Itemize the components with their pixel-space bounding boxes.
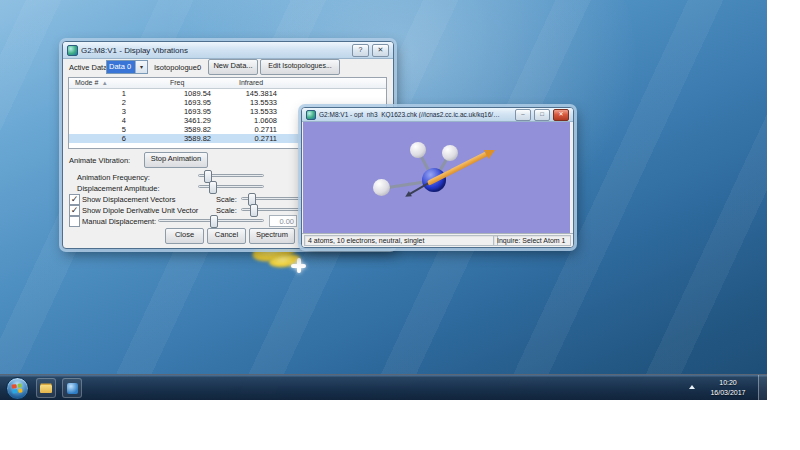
- molecule-viewport[interactable]: [303, 122, 570, 233]
- active-data-label: Active Data:: [69, 63, 109, 72]
- app-icon: [67, 383, 78, 394]
- cell-mode: 6: [69, 134, 126, 143]
- slider-thumb[interactable]: [210, 215, 218, 228]
- table-row[interactable]: 1 1089.54 145.3814: [69, 89, 386, 98]
- cell-freq: 1693.95: [126, 98, 211, 107]
- close-icon[interactable]: ✕: [553, 109, 569, 121]
- molecule-view-window: G2:M8:V1 - opt_nh3_KQ1623.chk (//icnas2.…: [301, 107, 574, 248]
- taskbar: 10:20 16/03/2017: [0, 374, 767, 400]
- cell-infrared: 0.2711: [211, 125, 277, 134]
- window-title: G2:M8:V1 - opt_nh3_KQ1623.chk (//icnas2.…: [319, 111, 504, 118]
- stop-animation-button[interactable]: Stop Animation: [144, 152, 208, 168]
- animation-frequency-slider[interactable]: [198, 170, 264, 181]
- cell-mode: 3: [69, 107, 126, 116]
- folder-icon: [40, 385, 52, 393]
- gaussview-icon: [67, 45, 78, 56]
- show-desktop-button[interactable]: [758, 375, 767, 400]
- taskbar-icon-app[interactable]: [62, 378, 82, 398]
- arrowhead-icon: [404, 191, 412, 199]
- windows-flag-icon: [11, 383, 22, 393]
- scale-label: Scale:: [216, 195, 237, 204]
- show-displacement-vectors-checkbox[interactable]: ✓: [69, 194, 80, 205]
- hydrogen-atom[interactable]: [373, 179, 390, 196]
- cell-freq: 3461.29: [126, 116, 211, 125]
- show-dipole-derivative-checkbox[interactable]: ✓: [69, 205, 80, 216]
- manual-displacement-field[interactable]: 0.00: [269, 215, 297, 227]
- manual-displacement-checkbox[interactable]: [69, 216, 80, 227]
- slider-track: [198, 185, 264, 188]
- displacement-amplitude-slider[interactable]: [198, 181, 264, 192]
- cell-freq: 3589.82: [126, 134, 211, 143]
- slider-thumb[interactable]: [209, 181, 217, 194]
- sort-ascending-icon: ▴: [103, 79, 107, 87]
- edit-isotopologues-button[interactable]: Edit Isotopologues...: [260, 59, 340, 75]
- new-data-button[interactable]: New Data...: [208, 59, 258, 75]
- column-header-freq[interactable]: Freq: [170, 79, 184, 86]
- hydrogen-atom[interactable]: [442, 145, 458, 161]
- cancel-button[interactable]: Cancel: [207, 228, 246, 244]
- maximize-icon[interactable]: □: [534, 109, 550, 121]
- cell-mode: 1: [69, 89, 126, 98]
- scale-label: Scale:: [216, 206, 237, 215]
- cell-mode: 4: [69, 116, 126, 125]
- screen: G2:M8:V1 - Display Vibrations ? ✕ Active…: [0, 0, 800, 450]
- close-icon[interactable]: ✕: [372, 44, 389, 57]
- table-row[interactable]: 2 1693.95 13.5533: [69, 98, 386, 107]
- manual-displacement-slider[interactable]: [158, 215, 264, 226]
- cell-infrared: 13.5533: [211, 98, 277, 107]
- active-data-combobox[interactable]: Data 0 ▾: [106, 60, 148, 74]
- table-header: Mode # ▴ Freq Infrared: [69, 78, 386, 89]
- help-caption-button[interactable]: ?: [352, 44, 369, 57]
- chevron-down-icon[interactable]: ▾: [135, 61, 147, 73]
- displacement-amplitude-label: Displacement Amplitude:: [77, 184, 160, 193]
- column-header-infrared[interactable]: Infrared: [239, 79, 263, 86]
- close-button[interactable]: Close: [165, 228, 204, 244]
- dipole-scale-slider[interactable]: [241, 204, 307, 215]
- cell-mode: 5: [69, 125, 126, 134]
- column-header-mode[interactable]: Mode #: [75, 79, 98, 86]
- displacement-scale-slider[interactable]: [241, 193, 307, 204]
- animation-frequency-label: Animation Frequency:: [77, 173, 150, 182]
- cell-freq: 1089.54: [126, 89, 211, 98]
- clock-date: 16/03/2017: [701, 388, 755, 398]
- start-button[interactable]: [6, 377, 29, 400]
- cell-mode: 2: [69, 98, 126, 107]
- window-title: G2:M8:V1 - Display Vibrations: [81, 46, 188, 55]
- show-dipole-derivative-label: Show Dipole Derivative Unit Vector: [82, 206, 198, 215]
- status-inquire: Inquire: Select Atom 1: [493, 235, 571, 246]
- isotopologue-label: Isotopologue:: [154, 63, 199, 72]
- cell-infrared: 1.0608: [211, 116, 277, 125]
- manual-displacement-label: Manual Displacement:: [82, 217, 156, 226]
- vibrations-titlebar[interactable]: G2:M8:V1 - Display Vibrations ? ✕: [63, 42, 393, 59]
- taskbar-clock[interactable]: 10:20 16/03/2017: [701, 378, 755, 398]
- hydrogen-atom[interactable]: [410, 142, 426, 158]
- animate-vibration-label: Animate Vibration:: [69, 156, 130, 165]
- molecule-statusbar: 4 atoms, 10 electrons, neutral, singlet …: [302, 233, 573, 247]
- isotopologue-value: 0: [197, 63, 201, 72]
- gaussview-icon: [306, 110, 316, 120]
- cursor-plus-icon: [297, 258, 301, 273]
- cell-infrared: 145.3814: [211, 89, 277, 98]
- show-hidden-icons-chevron[interactable]: [689, 385, 695, 389]
- show-displacement-vectors-label: Show Displacement Vectors: [82, 195, 175, 204]
- spectrum-button[interactable]: Spectrum: [249, 228, 295, 244]
- cell-infrared: 13.5533: [211, 107, 277, 116]
- molecule-titlebar[interactable]: G2:M8:V1 - opt_nh3_KQ1623.chk (//icnas2.…: [302, 108, 573, 122]
- cell-freq: 1693.95: [126, 107, 211, 116]
- minimize-icon[interactable]: –: [515, 109, 531, 121]
- clock-time: 10:20: [701, 378, 755, 388]
- cell-freq: 3589.82: [126, 125, 211, 134]
- taskbar-icon-explorer[interactable]: [36, 378, 56, 398]
- arrowhead-icon: [484, 145, 497, 158]
- combo-selected-value: Data 0: [107, 61, 135, 73]
- status-atoms: 4 atoms, 10 electrons, neutral, singlet: [304, 235, 498, 246]
- cell-infrared: 0.2711: [211, 134, 277, 143]
- desktop: G2:M8:V1 - Display Vibrations ? ✕ Active…: [0, 0, 767, 400]
